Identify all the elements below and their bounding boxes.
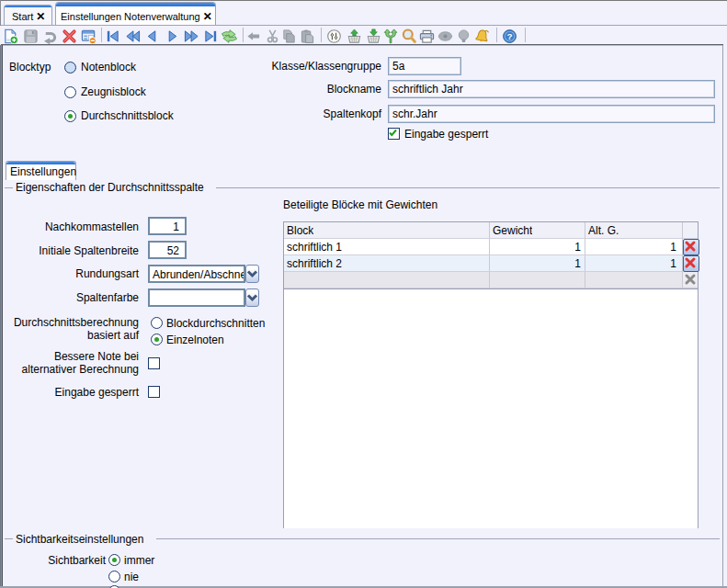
svg-text:?: ? <box>506 31 512 41</box>
